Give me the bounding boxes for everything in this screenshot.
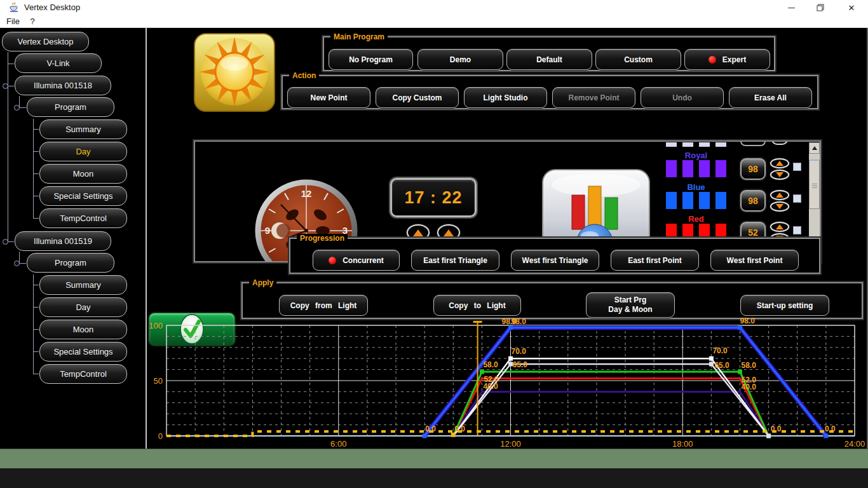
- channel-royal-up-button[interactable]: [770, 158, 789, 168]
- windows-taskbar: 10:51: [0, 468, 868, 488]
- channel-scrollbar-up[interactable]: [809, 142, 820, 154]
- tree-expander[interactable]: [3, 239, 8, 245]
- series-green-marker[interactable]: [480, 370, 484, 374]
- channel-red-checkbox[interactable]: [793, 226, 801, 234]
- digital-time-display: 17 : 22: [390, 178, 477, 217]
- tree-node-day-2[interactable]: Day: [39, 297, 127, 317]
- progression-label: Progression: [297, 234, 348, 243]
- channel-blue-checkbox[interactable]: [793, 194, 801, 203]
- menu-bar: File ?: [0, 15, 868, 28]
- channel-white-swatch: [699, 142, 710, 147]
- series-white-70-line: [453, 358, 768, 436]
- screen: Vertex Desktop ✕ File ?: [0, 0, 868, 488]
- undo-button[interactable]: Undo: [641, 87, 724, 108]
- series-green-line: [453, 372, 768, 436]
- start-prg-day-moon-button[interactable]: Start Prg Day & Moon: [586, 292, 675, 318]
- series-blue-marker[interactable]: [423, 434, 427, 438]
- tree-node-special-settings-2[interactable]: Special Settings: [39, 342, 127, 362]
- channel-royal-label: Royal: [666, 151, 726, 160]
- tree-node-illumina-001519[interactable]: Illumina 001519: [15, 231, 111, 251]
- tree-node-moon-2[interactable]: Moon: [39, 320, 127, 339]
- y-axis-tick-label: 0: [158, 431, 163, 441]
- channel-royal-value: 98: [740, 158, 766, 180]
- y-axis-tick-label: 100: [149, 321, 163, 330]
- point-value-label: 0.0: [825, 424, 836, 433]
- tree-expander[interactable]: [3, 83, 8, 89]
- channel-white-swatch: [666, 142, 677, 147]
- copy-from-light-button[interactable]: Copy from Light: [279, 295, 368, 316]
- channel-white-spinner-partial: [771, 140, 788, 145]
- window-title: Vertex Desktop: [24, 0, 80, 15]
- point-value-label: 58.0: [742, 361, 757, 370]
- expert-button[interactable]: Expert: [684, 49, 770, 70]
- day-program-chart[interactable]: 0.00.098.098.070.065.058.052.040.098.070…: [149, 316, 868, 451]
- expert-led-indicator: [709, 56, 716, 64]
- action-label: Action: [289, 71, 319, 80]
- series-white-70-marker[interactable]: [709, 356, 714, 361]
- tree-node-day-1[interactable]: Day: [39, 142, 127, 161]
- series-blue-marker[interactable]: [824, 434, 828, 438]
- tree-node-summary-1[interactable]: Summary: [39, 119, 127, 139]
- channel-blue-down-button[interactable]: [770, 201, 789, 212]
- tree-node-program-1[interactable]: Program: [27, 97, 114, 117]
- tree-node-program-2[interactable]: Program: [27, 253, 114, 273]
- remove-point-button[interactable]: Remove Point: [552, 87, 635, 108]
- channel-royal-swatch: [666, 160, 677, 177]
- series-blue-marker[interactable]: [738, 325, 742, 330]
- channel-blue-swatch: [699, 192, 710, 209]
- channel-red-up-button[interactable]: [770, 222, 789, 232]
- channel-scrollbar-thumb[interactable]: [809, 159, 820, 209]
- menu-help[interactable]: ?: [26, 15, 38, 28]
- east-first-point-button[interactable]: East first Point: [611, 250, 699, 271]
- tree-node-vlink[interactable]: V-Link: [15, 53, 102, 73]
- tree-node-tempcontrol-2[interactable]: TempControl: [39, 364, 127, 384]
- clock-number-12: 12: [301, 188, 312, 199]
- close-button[interactable]: ✕: [835, 0, 868, 15]
- copy-to-light-button[interactable]: Copy to Light: [433, 295, 521, 316]
- tree-node-special-settings-1[interactable]: Special Settings: [39, 186, 127, 206]
- tree-node-summary-2[interactable]: Summary: [39, 275, 127, 295]
- tree-node-illumina-001518[interactable]: Illumina 001518: [15, 76, 111, 95]
- tree-expander[interactable]: [14, 105, 20, 111]
- channel-royal-swatch: [699, 160, 710, 177]
- channel-royal-checkbox[interactable]: [793, 163, 801, 171]
- east-first-triangle-button[interactable]: East first Triangle: [411, 250, 499, 271]
- menu-file[interactable]: File: [3, 15, 24, 28]
- west-first-point-button[interactable]: West first Point: [710, 250, 799, 271]
- current-time-cursor-cap: [473, 321, 482, 323]
- tree-node-moon-1[interactable]: Moon: [39, 164, 127, 184]
- copy-custom-button[interactable]: Copy Custom: [376, 87, 459, 108]
- concurrent-button[interactable]: Concurrent: [313, 250, 400, 271]
- sun-day-icon: [194, 33, 275, 112]
- java-app-icon: [9, 3, 19, 13]
- tree-node-vertex-desktop[interactable]: Vertex Desktop: [2, 32, 89, 51]
- sidebar-divider: [146, 28, 147, 449]
- tree-node-tempcontrol-1[interactable]: TempControl: [39, 208, 127, 228]
- west-first-triangle-button[interactable]: West first Triangle: [511, 250, 599, 271]
- custom-button[interactable]: Custom: [595, 49, 681, 70]
- channel-royal-swatch: [682, 160, 693, 177]
- point-value-label: 0.0: [425, 424, 436, 433]
- series-white-65-marker[interactable]: [766, 434, 771, 438]
- point-value-label: 70.0: [512, 347, 527, 356]
- point-value-label: 40.0: [742, 383, 757, 391]
- light-studio-button[interactable]: Light Studio: [464, 87, 547, 108]
- new-point-button[interactable]: New Point: [287, 87, 370, 108]
- channel-royal-down-button[interactable]: [770, 170, 789, 180]
- app-area: Vertex Desktop V-Link Illumina 001518 Pr…: [0, 28, 868, 449]
- restore-button[interactable]: [806, 0, 835, 15]
- clock-number-9: 9: [265, 225, 270, 236]
- channel-blue-up-button[interactable]: [770, 190, 789, 200]
- startup-setting-button[interactable]: Start-up setting: [740, 295, 829, 316]
- channel-blue-swatch: [666, 192, 677, 209]
- minimize-button[interactable]: [776, 0, 806, 15]
- series-white-65-marker[interactable]: [709, 362, 714, 366]
- main-program-group: Main Program No Program Demo Default Cus…: [323, 36, 775, 71]
- no-program-button[interactable]: No Program: [329, 49, 413, 70]
- erase-all-button[interactable]: Erase All: [729, 87, 812, 108]
- action-group: Action New Point Copy Custom Light Studi…: [281, 75, 818, 109]
- default-button[interactable]: Default: [506, 49, 592, 70]
- series-green-marker[interactable]: [738, 370, 742, 374]
- tree-expander[interactable]: [14, 261, 20, 266]
- demo-button[interactable]: Demo: [417, 49, 503, 70]
